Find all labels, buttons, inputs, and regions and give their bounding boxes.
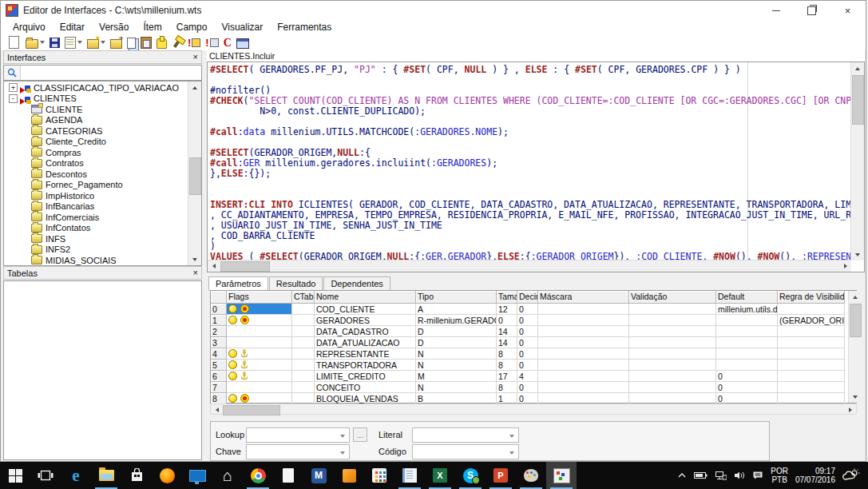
interfaces-close-icon[interactable]: ×: [193, 53, 198, 62]
cell-tipo[interactable]: R-millenium.GERADORES.C: [416, 315, 497, 326]
cell-ma-scara[interactable]: [538, 382, 629, 393]
new-button[interactable]: [6, 35, 22, 50]
table-row-cod-cliente[interactable]: 0COD_CLIENTEA120millenium.utils.default: [211, 304, 856, 315]
cell-ctab[interactable]: [292, 348, 315, 360]
new-item-button[interactable]: [85, 35, 107, 50]
tree-item-midias-sociais[interactable]: MIDIAS_SOCIAIS: [4, 255, 188, 265]
tree-item-imphistorico[interactable]: ImpHistorico: [4, 190, 188, 201]
editor-scroll-down[interactable]: [851, 248, 863, 260]
lookup-combo[interactable]: [246, 427, 350, 443]
cell-tipo[interactable]: D: [416, 326, 497, 337]
column-header-validac-a-o[interactable]: Validação: [629, 291, 716, 304]
menu-visualizar[interactable]: Visualizar: [214, 20, 270, 34]
row-number[interactable]: 1: [211, 315, 227, 326]
cell-default[interactable]: [716, 337, 778, 348]
collapse-icon[interactable]: -: [9, 94, 18, 103]
cell-decim[interactable]: 4: [517, 371, 538, 382]
table-row-representante[interactable]: 4REPRESENTANTEN80: [211, 348, 856, 360]
cell-tipo[interactable]: B: [416, 393, 497, 404]
expand-icon[interactable]: +: [9, 83, 18, 92]
column-header[interactable]: [211, 291, 227, 304]
cell-nome[interactable]: DATA_ATUALIZACAO: [315, 337, 416, 348]
volume-icon[interactable]: [734, 471, 745, 480]
file-explorer-icon[interactable]: [91, 462, 121, 489]
cell-tipo[interactable]: M: [416, 371, 497, 382]
refresh-button[interactable]: C: [222, 35, 233, 50]
cell-tipo[interactable]: D: [416, 337, 497, 348]
tree-item-descontos[interactable]: Descontos: [4, 169, 188, 180]
paste-button[interactable]: [139, 35, 153, 50]
cell-flags[interactable]: [227, 337, 292, 348]
tree-scrollbar[interactable]: [188, 82, 201, 265]
tree-item-clientes[interactable]: -CLIENTES: [4, 93, 188, 105]
tree-item-contratos[interactable]: Contratos: [4, 158, 188, 169]
cell-default[interactable]: [716, 315, 778, 326]
cell-tamanho[interactable]: 8: [497, 360, 517, 371]
grid-scroll-right[interactable]: [844, 404, 856, 415]
cell-regra-de-visibilidade[interactable]: (GERADOR_ORIGEM: [778, 315, 845, 326]
search-icon[interactable]: [4, 66, 21, 80]
cell-validac-a-o[interactable]: [629, 393, 716, 404]
menu-campo[interactable]: Campo: [169, 20, 215, 34]
cell-validac-a-o[interactable]: [629, 360, 716, 371]
store-icon[interactable]: [121, 462, 152, 489]
tree-item-classificacao-tipo-variacao[interactable]: +CLASSIFICACAO_TIPO_VARIACAO: [4, 82, 188, 93]
cube-app-icon[interactable]: [334, 462, 364, 489]
cell-flags[interactable]: [227, 348, 292, 360]
tree-item-fornec-pagamento[interactable]: Fornec_Pagamento: [4, 180, 188, 191]
cell-ctab[interactable]: [292, 326, 315, 337]
cell-validac-a-o[interactable]: [629, 348, 716, 360]
cell-ma-scara[interactable]: [538, 393, 629, 404]
tab-dependentes[interactable]: Dependentes: [323, 276, 390, 290]
cell-flags[interactable]: [227, 304, 292, 315]
battery-icon[interactable]: [694, 471, 707, 479]
cell-tipo[interactable]: A: [416, 304, 497, 315]
cell-validac-a-o[interactable]: [629, 326, 716, 337]
edge-icon[interactable]: e: [61, 462, 91, 489]
tree-item-cliente[interactable]: CLIENTE: [4, 104, 188, 115]
row-number[interactable]: 3: [211, 337, 227, 348]
start-button[interactable]: [0, 462, 30, 489]
cell-decim[interactable]: 0: [517, 382, 538, 393]
cell-decim[interactable]: 0: [517, 326, 538, 337]
cell-default[interactable]: [716, 348, 778, 360]
row-number[interactable]: 0: [211, 304, 227, 315]
table-row-limite-credito[interactable]: 6LIMITE_CREDITOM1740: [211, 371, 856, 382]
cell-decim[interactable]: 0: [517, 348, 538, 360]
cell-ma-scara[interactable]: [538, 304, 629, 315]
row-number[interactable]: 4: [211, 348, 227, 360]
grid-scroll-left[interactable]: [211, 404, 223, 415]
grid-vscrollbar[interactable]: [848, 291, 862, 403]
close-button[interactable]: ×: [830, 1, 866, 20]
language-indicator[interactable]: PORPTB: [771, 467, 788, 484]
cell-flags[interactable]: [227, 360, 292, 371]
row-number[interactable]: 6: [211, 371, 227, 382]
notifications-icon[interactable]: [752, 471, 763, 480]
cell-ma-scara[interactable]: [538, 348, 629, 360]
column-header-decim[interactable]: Decim.: [517, 291, 538, 304]
task-view-button[interactable]: [30, 462, 61, 489]
cell-tamanho[interactable]: 0: [497, 315, 517, 326]
cell-ctab[interactable]: [292, 360, 315, 371]
tree-scroll-thumb[interactable]: [189, 157, 201, 195]
cell-validac-a-o[interactable]: [629, 315, 716, 326]
cell-flags[interactable]: [227, 393, 292, 404]
literal-combo[interactable]: [412, 427, 519, 443]
cell-tamanho[interactable]: 8: [497, 382, 517, 393]
home-icon[interactable]: ⌂: [212, 462, 243, 489]
cell-nome[interactable]: TRANSPORTADORA: [315, 360, 416, 371]
menu-ferramentas[interactable]: Ferramentas: [270, 20, 339, 34]
cell-decim[interactable]: 0: [517, 393, 538, 404]
copy-button[interactable]: [125, 35, 137, 50]
cell-regra-de-visibilidade[interactable]: [778, 348, 845, 360]
editor-hscroll-thumb[interactable]: [220, 261, 270, 272]
cell-ctab[interactable]: [292, 315, 315, 326]
table-row-conceito[interactable]: 7CONCEITON800: [211, 382, 856, 393]
tree-item-categorias[interactable]: CATEGORIAS: [4, 125, 188, 137]
table-row-bloqueia-vendas[interactable]: 8BLOQUEIA_VENDASB100: [211, 393, 856, 404]
skype-icon[interactable]: S: [455, 462, 486, 489]
weather-icon[interactable]: [842, 468, 860, 483]
app-grid-icon[interactable]: [364, 462, 394, 489]
edit-item-button[interactable]: [109, 35, 124, 50]
network-icon[interactable]: [715, 471, 727, 480]
